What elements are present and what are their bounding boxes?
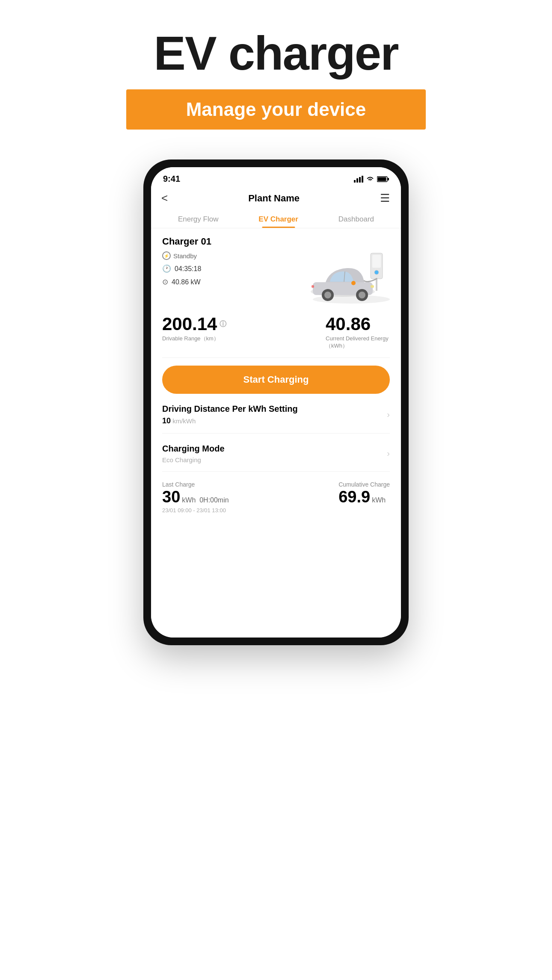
svg-rect-5 (378, 177, 386, 181)
cumulative-charge-label: Cumulative Charge (338, 481, 390, 488)
charger-time: 04:35:18 (175, 265, 201, 273)
last-charge-date: 23/01 09:00 - 23/01 13:00 (162, 507, 229, 514)
charging-mode-value: Eco Charging (162, 456, 225, 463)
driving-distance-value: 10 km/kWh (162, 416, 298, 425)
svg-rect-9 (372, 255, 381, 268)
range-label: Drivable Range（km） (162, 335, 219, 342)
svg-rect-6 (388, 178, 389, 180)
stat-energy: 40.86 Current Delivered Energy（kWh） (326, 314, 390, 350)
svg-rect-1 (356, 178, 358, 183)
power-icon: ⊙ (162, 277, 168, 286)
charging-mode-title: Charging Mode (162, 444, 225, 454)
cumulative-charge-value: 69.9 (338, 488, 370, 506)
charger-section: Charger 01 Standby 🕐 04:35:18 ⊙ 40.86 kW (162, 236, 390, 304)
charger-status: Standby (162, 251, 211, 260)
tab-dashboard[interactable]: Dashboard (331, 211, 382, 228)
last-charge-label: Last Charge (162, 481, 229, 488)
subtitle-bar: Manage your device (126, 89, 426, 130)
phone-screen: 9:41 (151, 167, 401, 638)
subtitle-text: Manage your device (186, 99, 366, 120)
charger-info: Charger 01 Standby 🕐 04:35:18 ⊙ 40.86 kW (162, 236, 211, 286)
info-icon: ⓘ (220, 320, 226, 329)
charger-power-row: ⊙ 40.86 kW (162, 277, 211, 286)
wifi-icon (366, 176, 374, 183)
charger-time-row: 🕐 04:35:18 (162, 264, 211, 273)
svg-rect-11 (376, 278, 377, 291)
driving-distance-section: Driving Distance Per kWh Setting 10 km/k… (162, 404, 390, 434)
status-bar: 9:41 (151, 167, 401, 187)
svg-rect-2 (359, 177, 361, 183)
cumulative-charge-unit: kWh (372, 496, 386, 504)
status-time: 9:41 (163, 174, 180, 184)
menu-button[interactable]: ☰ (380, 192, 391, 205)
main-content: Charger 01 Standby 🕐 04:35:18 ⊙ 40.86 kW (151, 228, 401, 638)
charging-mode-section: Charging Mode Eco Charging › (162, 444, 390, 472)
svg-rect-3 (362, 176, 363, 183)
charger-power: 40.86 kW (172, 278, 201, 286)
last-charge-section: Last Charge 30 kWh 0H:00min 23/01 09:00 … (162, 481, 390, 514)
svg-point-18 (359, 292, 365, 298)
svg-rect-0 (354, 180, 356, 183)
energy-value: 40.86 (326, 314, 371, 334)
charging-mode-row[interactable]: Charging Mode Eco Charging › (162, 444, 390, 463)
page-title: EV charger (154, 26, 398, 81)
driving-distance-title: Driving Distance Per kWh Setting (162, 404, 298, 414)
car-illustration (296, 236, 390, 304)
svg-point-16 (324, 292, 331, 298)
status-dot-icon (162, 251, 171, 260)
svg-point-10 (374, 270, 379, 275)
tab-energy-flow[interactable]: Energy Flow (170, 211, 226, 228)
start-charging-button[interactable]: Start Charging (162, 366, 390, 394)
range-value: 200.14 (162, 314, 217, 334)
battery-icon (377, 176, 389, 182)
nav-bar: < Plant Name ☰ (151, 187, 401, 211)
stat-range: 200.14 ⓘ Drivable Range（km） (162, 314, 226, 350)
tab-bar: Energy Flow EV Charger Dashboard (151, 211, 401, 228)
energy-label: Current Delivered Energy（kWh） (326, 335, 390, 350)
clock-icon: 🕐 (162, 264, 171, 273)
driving-distance-chevron-icon: › (387, 410, 390, 419)
tab-ev-charger[interactable]: EV Charger (251, 211, 306, 228)
phone-frame: 9:41 (143, 159, 409, 645)
last-charge-value-row: 30 kWh 0H:00min (162, 488, 229, 506)
status-label: Standby (173, 252, 197, 260)
svg-rect-19 (371, 285, 374, 288)
cumulative-charge-block: Cumulative Charge 69.9 kWh (338, 481, 390, 514)
svg-rect-20 (312, 285, 314, 288)
last-charge-block: Last Charge 30 kWh 0H:00min 23/01 09:00 … (162, 481, 229, 514)
cumulative-charge-value-row: 69.9 kWh (338, 488, 390, 506)
driving-distance-row[interactable]: Driving Distance Per kWh Setting 10 km/k… (162, 404, 390, 425)
charger-name: Charger 01 (162, 236, 211, 247)
status-icons (354, 176, 389, 183)
stats-row: 200.14 ⓘ Drivable Range（km） 40.86 Curren… (162, 314, 390, 358)
charging-mode-chevron-icon: › (387, 449, 390, 458)
nav-title: Plant Name (248, 193, 300, 204)
last-charge-value: 30 (162, 488, 180, 506)
svg-point-21 (351, 281, 356, 285)
signal-icon (354, 176, 363, 183)
back-button[interactable]: < (161, 192, 168, 205)
